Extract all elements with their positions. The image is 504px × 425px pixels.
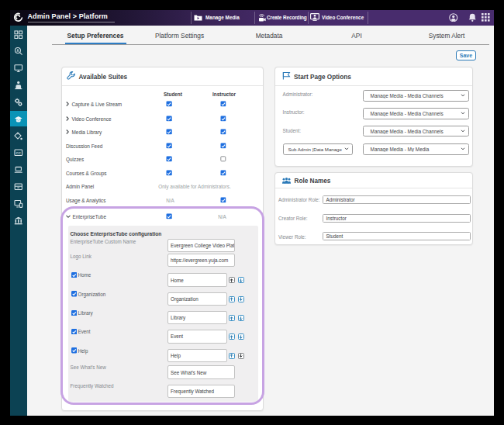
- svg-text:CC: CC: [16, 151, 22, 155]
